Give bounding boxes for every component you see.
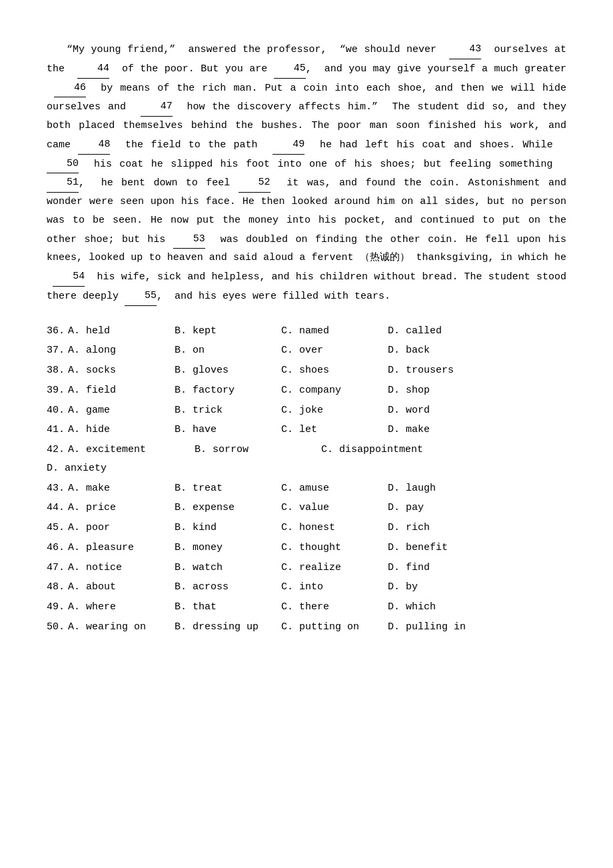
option-num: 46. — [47, 539, 68, 557]
blank-46: 46 — [54, 79, 86, 98]
option-d: D. anxiety — [47, 459, 167, 478]
option-a: A. poor — [68, 519, 168, 537]
blank-44: 44 — [77, 59, 109, 79]
option-num: 37. — [47, 341, 68, 360]
option-d: D. find — [388, 559, 488, 577]
option-b: B. kept — [175, 322, 275, 341]
option-b: B. gloves — [175, 361, 275, 380]
option-c: C. named — [281, 322, 381, 341]
option-a: A. along — [68, 341, 168, 360]
option-b: B. treat — [175, 479, 275, 498]
option-b: B. kind — [175, 519, 275, 537]
option-num: 36. — [47, 322, 68, 341]
option-row-38: 38.A. socksB. glovesC. shoesD. trousers — [47, 361, 566, 380]
option-b: B. trick — [175, 401, 275, 420]
blank-45: 45 — [274, 59, 306, 79]
option-num: 43. — [47, 479, 68, 498]
option-d: D. rich — [388, 519, 488, 537]
option-a: A. excitement — [68, 441, 188, 459]
option-d: D. shop — [388, 381, 488, 400]
option-c: C. amuse — [281, 479, 381, 498]
option-b: B. that — [175, 598, 275, 617]
option-num: 42. — [47, 441, 68, 459]
blank-53: 53 — [173, 230, 205, 249]
blank-48: 48 — [78, 135, 110, 155]
option-b: B. across — [175, 578, 275, 597]
option-a: A. held — [68, 322, 168, 341]
blank-47: 47 — [141, 97, 173, 117]
option-c: C. let — [281, 421, 381, 439]
options-section: 36.A. heldB. keptC. namedD. called37.A. … — [47, 322, 566, 637]
option-c: C. shoes — [281, 361, 381, 380]
blank-51: 51 — [47, 173, 79, 193]
option-b: B. expense — [175, 499, 275, 517]
blank-54: 54 — [53, 267, 85, 287]
option-b: B. have — [175, 421, 275, 439]
option-a: A. hide — [68, 421, 168, 439]
option-a: A. game — [68, 401, 168, 420]
option-c: C. honest — [281, 519, 381, 537]
option-d: D. called — [388, 322, 488, 341]
option-num: 45. — [47, 519, 68, 537]
option-b: B. dressing up — [175, 618, 275, 637]
passage-paragraph: “My young friend,” answered the professo… — [47, 40, 566, 306]
blank-43: 43 — [449, 40, 481, 59]
blank-50: 50 — [47, 155, 79, 174]
option-num: 38. — [47, 361, 68, 380]
option-d: D. trousers — [388, 361, 488, 380]
option-row-48: 48.A. aboutB. acrossC. intoD. by — [47, 578, 566, 597]
option-c: C. company — [281, 381, 381, 400]
option-row-49: 49.A. whereB. thatC. thereD. which — [47, 598, 566, 617]
option-row-43: 43.A. makeB. treatC. amuseD. laugh — [47, 479, 566, 498]
option-a: A. wearing on — [68, 618, 168, 637]
option-row-47: 47.A. noticeB. watchC. realizeD. find — [47, 559, 566, 577]
option-row-44: 44.A. priceB. expenseC. valueD. pay — [47, 499, 566, 517]
option-b: B. watch — [175, 559, 275, 577]
option-row-50: 50.A. wearing onB. dressing upC. putting… — [47, 618, 566, 637]
option-d: D. laugh — [388, 479, 488, 498]
option-a: A. price — [68, 499, 168, 517]
option-row-46: 46.A. pleasureB. moneyC. thoughtD. benef… — [47, 539, 566, 557]
blank-49: 49 — [273, 135, 305, 155]
option-d: D. word — [388, 401, 488, 420]
option-num: 49. — [47, 598, 68, 617]
option-num: 50. — [47, 618, 68, 637]
option-row-41: 41.A. hideB. haveC. letD. make — [47, 421, 566, 439]
option-d: D. make — [388, 421, 488, 439]
option-num: 48. — [47, 578, 68, 597]
option-a: A. field — [68, 381, 168, 400]
option-c: C. over — [281, 341, 381, 360]
option-d: D. pay — [388, 499, 488, 517]
option-c: C. value — [281, 499, 381, 517]
option-b: B. factory — [175, 381, 275, 400]
option-d: D. back — [388, 341, 488, 360]
option-row-36: 36.A. heldB. keptC. namedD. called — [47, 322, 566, 341]
option-num: 44. — [47, 499, 68, 517]
blank-55: 55 — [125, 287, 157, 306]
option-d: D. by — [388, 578, 488, 597]
option-row-37: 37.A. alongB. onC. overD. back — [47, 341, 566, 360]
option-c: C. joke — [281, 401, 381, 420]
option-a: A. where — [68, 598, 168, 617]
option-row-42: 42.A. excitementB. sorrowC. disappointme… — [47, 441, 566, 478]
option-a: A. notice — [68, 559, 168, 577]
option-num: 47. — [47, 559, 68, 577]
option-a: A. pleasure — [68, 539, 168, 557]
blank-52: 52 — [239, 173, 271, 193]
option-num: 40. — [47, 401, 68, 420]
option-c: C. disappointment — [321, 441, 441, 459]
option-row-39: 39.A. fieldB. factoryC. companyD. shop — [47, 381, 566, 400]
option-a: A. about — [68, 578, 168, 597]
option-row-40: 40.A. gameB. trickC. jokeD. word — [47, 401, 566, 420]
option-d: D. pulling in — [388, 618, 488, 637]
option-c: C. there — [281, 598, 381, 617]
option-b: B. on — [175, 341, 275, 360]
option-b: B. sorrow — [195, 441, 314, 459]
option-d: D. which — [388, 598, 488, 617]
option-num: 39. — [47, 381, 68, 400]
option-a: A. socks — [68, 361, 168, 380]
option-row-45: 45.A. poorB. kindC. honestD. rich — [47, 519, 566, 537]
option-c: C. putting on — [281, 618, 381, 637]
passage-text: “My young friend,” answered the professo… — [47, 40, 566, 306]
option-b: B. money — [175, 539, 275, 557]
